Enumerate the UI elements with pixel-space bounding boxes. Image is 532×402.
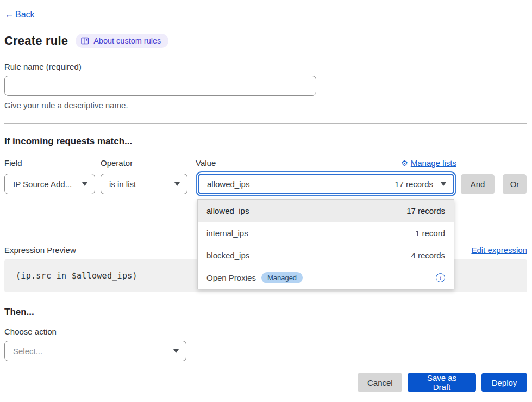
edit-expression-link[interactable]: Edit expression <box>471 245 527 255</box>
value-select[interactable]: allowed_ips 17 records <box>198 174 454 194</box>
cancel-button[interactable]: Cancel <box>358 373 402 392</box>
about-custom-rules-link[interactable]: About custom rules <box>76 34 168 48</box>
back-label: Back <box>15 10 35 20</box>
gear-icon: ⚙ <box>401 159 408 167</box>
chevron-down-icon <box>173 349 179 353</box>
save-as-draft-button[interactable]: Save as Draft <box>408 373 476 392</box>
list-item-name: internal_ips <box>206 228 248 238</box>
value-select-records: 17 records <box>395 180 433 189</box>
action-select[interactable]: Select... <box>4 341 186 361</box>
operator-select-value: is in list <box>109 180 136 189</box>
operator-select[interactable]: is in list <box>101 174 187 194</box>
list-item-name: Open Proxies <box>206 273 256 282</box>
field-column-label: Field <box>4 158 101 168</box>
and-button[interactable]: And <box>461 174 495 194</box>
rule-name-helper: Give your rule a descriptive name. <box>4 101 527 110</box>
manage-lists-link[interactable]: ⚙ Manage lists <box>401 158 456 168</box>
list-item-blocked-ips[interactable]: blocked_ips 4 records <box>198 244 454 267</box>
chevron-down-icon <box>441 182 446 186</box>
match-heading: If incoming requests match... <box>4 136 527 147</box>
managed-badge: Managed <box>261 272 303 283</box>
list-item-open-proxies[interactable]: Open Proxies Managed i <box>198 267 454 289</box>
or-button[interactable]: Or <box>503 174 527 194</box>
value-dropdown-panel: allowed_ips 17 records internal_ips 1 re… <box>197 199 454 289</box>
list-item-name: allowed_ips <box>206 206 249 215</box>
list-item-records: 1 record <box>415 228 445 238</box>
value-select-value: allowed_ips <box>207 180 249 189</box>
operator-column-label: Operator <box>101 158 196 168</box>
match-condition-row: IP Source Add... is in list allowed_ips … <box>4 174 527 194</box>
back-link[interactable]: ←Back <box>4 9 35 20</box>
list-item-records: 4 records <box>411 251 445 260</box>
expression-preview-label: Expression Preview <box>4 245 76 255</box>
expression-code: (ip.src in $allowed_ips) <box>16 271 137 281</box>
chevron-down-icon <box>174 182 180 186</box>
back-arrow-icon: ← <box>4 9 14 20</box>
info-icon[interactable]: i <box>436 273 445 282</box>
list-item-records: 17 records <box>406 206 445 215</box>
deploy-button[interactable]: Deploy <box>481 373 527 392</box>
value-column-label: Value <box>196 158 216 168</box>
section-divider <box>4 123 527 124</box>
field-select-value: IP Source Add... <box>13 180 72 189</box>
footer-actions: Cancel Save as Draft Deploy <box>4 373 527 392</box>
list-item-name: blocked_ips <box>206 251 249 260</box>
create-rule-page: ←Back Create rule About custom rules Rul… <box>0 0 532 402</box>
then-heading: Then... <box>4 307 527 318</box>
match-builder: Field Operator Value ⚙ Manage lists IP S… <box>4 158 527 194</box>
choose-action-label: Choose action <box>4 327 527 336</box>
page-title: Create rule <box>4 34 68 48</box>
book-icon <box>81 37 89 45</box>
match-column-labels: Field Operator Value ⚙ Manage lists <box>4 158 527 168</box>
action-select-placeholder: Select... <box>13 347 42 356</box>
field-select[interactable]: IP Source Add... <box>4 174 95 194</box>
list-item-allowed-ips[interactable]: allowed_ips 17 records <box>198 200 454 222</box>
chevron-down-icon <box>82 182 87 186</box>
list-item-internal-ips[interactable]: internal_ips 1 record <box>198 222 454 244</box>
about-badge-label: About custom rules <box>93 36 161 45</box>
rule-name-label: Rule name (required) <box>4 62 527 71</box>
rule-name-input[interactable] <box>4 76 316 96</box>
title-row: Create rule About custom rules <box>4 34 527 48</box>
manage-lists-label: Manage lists <box>411 158 456 168</box>
